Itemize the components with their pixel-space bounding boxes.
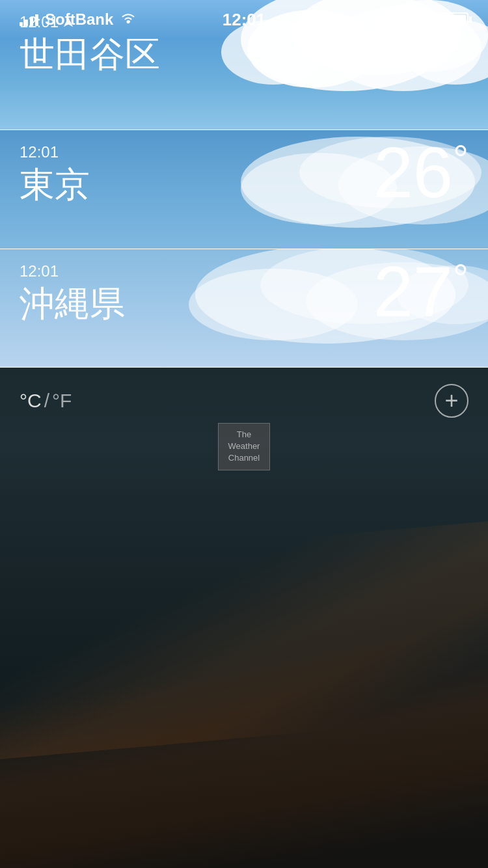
weather-channel-text: The Weather Channel	[225, 429, 263, 465]
battery-fill	[442, 15, 466, 24]
fahrenheit-label[interactable]: °F	[52, 390, 72, 412]
status-left: SoftBank	[20, 10, 137, 29]
card-location-okinawa: 沖縄県	[20, 284, 125, 323]
temp-unit-separator: /	[44, 390, 49, 412]
location-arrow-icon	[420, 12, 433, 28]
svg-point-0	[127, 20, 130, 23]
temp-unit-toggle[interactable]: °C / °F	[20, 390, 72, 412]
status-right	[420, 12, 468, 28]
weather-card-okinawa[interactable]: 12:01 沖縄県 27°	[0, 249, 488, 368]
card-location-setagaya: 世田谷区	[20, 35, 160, 74]
status-time: 12:01	[223, 10, 266, 30]
weather-card-tokyo[interactable]: 12:01 東京 26°	[0, 130, 488, 249]
card-time-okinawa: 12:01	[20, 262, 125, 280]
celsius-label[interactable]: °C	[20, 390, 42, 412]
add-location-button[interactable]: +	[435, 384, 468, 418]
bottom-controls: °C / °F +	[0, 371, 488, 431]
carrier-label: SoftBank	[45, 10, 113, 29]
battery-icon	[440, 12, 468, 27]
signal-icon	[20, 13, 38, 26]
card-location-tokyo: 東京	[20, 165, 90, 204]
weather-channel-attribution: The Weather Channel	[218, 423, 270, 470]
card-time-tokyo: 12:01	[20, 143, 90, 161]
card-temperature-tokyo: 26°	[373, 137, 468, 208]
card-temperature-okinawa: 27°	[373, 256, 468, 327]
wifi-icon	[120, 11, 137, 28]
weather-cards-list: 12:01 世田谷区 26° 12:01	[0, 0, 488, 368]
status-bar: SoftBank 12:01	[0, 0, 488, 39]
